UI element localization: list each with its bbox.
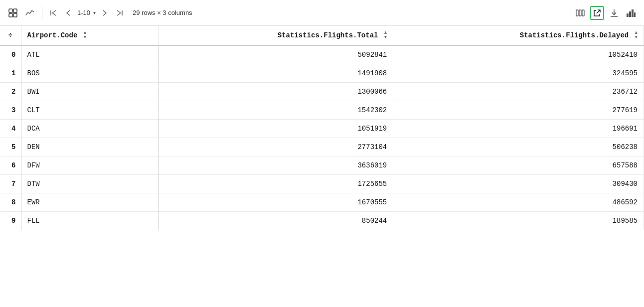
svg-rect-6	[576, 10, 578, 16]
svg-rect-13	[629, 11, 631, 17]
download-icon[interactable]	[607, 6, 621, 20]
data-table: ÷ Airport.Code ▲▼ Statistics.Flights.Tot…	[0, 26, 644, 230]
cell-flights-total: 5092841	[159, 45, 393, 64]
svg-rect-7	[579, 10, 581, 16]
cell-index: 0	[0, 45, 21, 64]
cell-flights-delayed: 196691	[393, 120, 644, 138]
toolbar-separator-1	[42, 7, 42, 18]
svg-rect-8	[582, 10, 584, 16]
table-row: 8EWR1670555486592	[0, 193, 644, 212]
cell-airport-code: CLT	[21, 101, 159, 120]
cell-flights-delayed: 309430	[393, 175, 644, 193]
table-row: 6DFW3636019657588	[0, 156, 644, 175]
cell-flights-delayed: 486592	[393, 193, 644, 212]
svg-rect-3	[13, 13, 17, 17]
nav-next-button[interactable]	[99, 7, 111, 19]
cell-airport-code: DFW	[21, 156, 159, 175]
svg-rect-2	[9, 13, 12, 17]
cell-flights-total: 1491908	[159, 64, 393, 83]
table-row: 3CLT1542302277619	[0, 101, 644, 120]
cell-index: 5	[0, 138, 21, 156]
expand-columns-icon[interactable]	[573, 6, 587, 20]
table-row: 9FLL850244189585	[0, 212, 644, 230]
cell-index: 6	[0, 156, 21, 175]
cell-index: 4	[0, 120, 21, 138]
cell-flights-total: 1542302	[159, 101, 393, 120]
table-row: 1BOS1491908324595	[0, 64, 644, 83]
toolbar-right	[573, 6, 638, 20]
cell-flights-total: 1300066	[159, 83, 393, 101]
cell-airport-code: BOS	[21, 64, 159, 83]
cell-airport-code: ATL	[21, 45, 159, 64]
cell-flights-total: 1670555	[159, 193, 393, 212]
cell-flights-total: 850244	[159, 212, 393, 230]
table-row: 5DEN2773104506238	[0, 138, 644, 156]
cell-flights-delayed: 657588	[393, 156, 644, 175]
svg-rect-1	[13, 9, 17, 12]
table-row: 0ATL50928411052410	[0, 45, 644, 64]
sort-arrows-airport: ▲▼	[84, 31, 86, 40]
popout-icon[interactable]	[590, 6, 604, 20]
col-header-index[interactable]: ÷	[0, 26, 21, 45]
cell-flights-total: 3636019	[159, 156, 393, 175]
toolbar: 1-10 ▾ 29 rows × 3 columns	[0, 0, 644, 26]
cell-flights-delayed: 506238	[393, 138, 644, 156]
rows-info: 29 rows × 3 columns	[133, 9, 192, 16]
cell-flights-delayed: 1052410	[393, 45, 644, 64]
table-row: 7DTW1725655309430	[0, 175, 644, 193]
cell-flights-delayed: 324595	[393, 64, 644, 83]
svg-rect-0	[9, 9, 12, 12]
cell-index: 3	[0, 101, 21, 120]
nav-first-button[interactable]	[47, 7, 59, 19]
page-range-text: 1-10	[77, 9, 90, 16]
cell-flights-delayed: 189585	[393, 212, 644, 230]
cell-flights-delayed: 236712	[393, 83, 644, 101]
svg-rect-12	[627, 13, 629, 17]
svg-rect-15	[634, 12, 636, 17]
cell-index: 7	[0, 175, 21, 193]
table-row: 2BWI1300066236712	[0, 83, 644, 101]
col-header-flights-delayed[interactable]: Statistics.Flights.Delayed ▲▼	[393, 26, 644, 45]
svg-rect-14	[632, 9, 634, 17]
table-row: 4DCA1051919196691	[0, 120, 644, 138]
sort-arrows-total: ▲▼	[384, 31, 387, 40]
cell-index: 9	[0, 212, 21, 230]
nav-last-button[interactable]	[114, 7, 126, 19]
svg-line-9	[597, 10, 600, 13]
cell-index: 1	[0, 64, 21, 83]
page-range-selector[interactable]: 1-10 ▾	[77, 9, 96, 16]
cell-index: 2	[0, 83, 21, 101]
col-header-airport-code[interactable]: Airport.Code ▲▼	[21, 26, 159, 45]
cell-airport-code: DTW	[21, 175, 159, 193]
nav-prev-button[interactable]	[62, 7, 74, 19]
data-table-container: ÷ Airport.Code ▲▼ Statistics.Flights.Tot…	[0, 26, 644, 307]
cell-index: 8	[0, 193, 21, 212]
cell-airport-code: BWI	[21, 83, 159, 101]
chart-view-icon[interactable]	[23, 6, 37, 20]
cell-airport-code: DCA	[21, 120, 159, 138]
cell-flights-total: 1051919	[159, 120, 393, 138]
col-header-flights-total[interactable]: Statistics.Flights.Total ▲▼	[159, 26, 393, 45]
sort-arrows-delayed: ▲▼	[635, 31, 638, 40]
cell-airport-code: DEN	[21, 138, 159, 156]
cell-airport-code: FLL	[21, 212, 159, 230]
grid-view-icon[interactable]	[6, 6, 20, 20]
cell-flights-total: 1725655	[159, 175, 393, 193]
bar-chart-icon[interactable]	[624, 6, 638, 20]
cell-flights-total: 2773104	[159, 138, 393, 156]
cell-flights-delayed: 277619	[393, 101, 644, 120]
chevron-down-icon: ▾	[93, 10, 96, 15]
cell-airport-code: EWR	[21, 193, 159, 212]
table-header-row: ÷ Airport.Code ▲▼ Statistics.Flights.Tot…	[0, 26, 644, 45]
